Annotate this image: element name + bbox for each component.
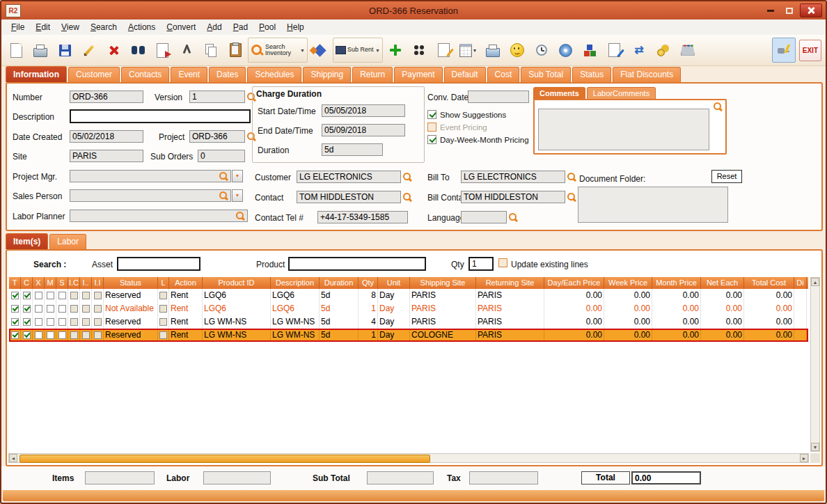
row-flag-checkbox[interactable] [35, 318, 42, 326]
cell-unit[interactable]: Day [378, 302, 410, 315]
cell-description[interactable]: LG WM-NS [271, 315, 320, 329]
cell-flag[interactable] [80, 289, 92, 302]
cell-unit[interactable]: Day [378, 315, 410, 329]
column-header-day-each-price[interactable]: Day/Each Price [544, 277, 604, 289]
cart-button[interactable] [676, 38, 700, 63]
duration-field[interactable]: 5d [322, 143, 383, 156]
cell-status[interactable]: Reserved [104, 289, 158, 302]
cell-product-id[interactable]: LGQ6 [203, 289, 271, 302]
horizontal-scrollbar[interactable]: ◄ ► [8, 453, 809, 463]
comments-lookup-icon[interactable] [713, 102, 723, 111]
bill-to-lookup-icon[interactable] [567, 172, 576, 182]
row-flag-checkbox[interactable] [47, 331, 54, 339]
row-flag-checkbox[interactable] [58, 318, 66, 326]
cell-returning-site[interactable]: PARIS [476, 289, 544, 302]
sales-person-field[interactable] [70, 189, 231, 202]
column-header-month-price[interactable]: Month Price [652, 277, 701, 289]
feedback-button[interactable] [505, 38, 529, 63]
row-flag-checkbox[interactable] [35, 305, 42, 313]
contact-field[interactable]: TOM HIDDLESTON [297, 191, 401, 203]
tab-comments[interactable]: Comments [533, 87, 585, 100]
cell-flag[interactable] [68, 289, 80, 302]
exit-button[interactable]: EXIT [799, 40, 821, 61]
cell-net-each[interactable]: 0.00 [701, 302, 744, 315]
cell-flag[interactable] [33, 289, 45, 302]
cell-flag[interactable] [21, 329, 33, 342]
number-field[interactable]: ORD-366 [70, 90, 143, 103]
cell-description[interactable]: LG WM-NS [271, 329, 320, 342]
tab-default[interactable]: Default [444, 67, 486, 82]
cell-month-price[interactable]: 0.00 [652, 315, 701, 329]
bill-contact-lookup-icon[interactable] [567, 192, 576, 202]
cell-flag[interactable] [68, 315, 80, 329]
new-document-button[interactable] [4, 38, 28, 63]
sales-person-dropdown-button[interactable]: ▼ [232, 189, 243, 202]
version-field[interactable]: 1 [189, 90, 245, 103]
cell-week-price[interactable]: 0.00 [604, 329, 652, 342]
cell-day-each-price[interactable]: 0.00 [544, 289, 604, 302]
tab-contacts[interactable]: Contacts [121, 67, 169, 82]
menu-add[interactable]: Add [201, 21, 227, 33]
cell-total-cost[interactable]: 0.00 [744, 302, 794, 315]
reset-button[interactable]: Reset [711, 170, 742, 183]
cell-flag[interactable] [92, 302, 104, 315]
project-field[interactable]: ORD-366 [189, 130, 245, 143]
cell-shipping-site[interactable]: PARIS [410, 315, 476, 329]
column-header-di[interactable]: Di [794, 277, 807, 289]
menu-pad[interactable]: Pad [228, 21, 253, 33]
cell-total-cost[interactable]: 0.00 [744, 289, 794, 302]
column-header-i[interactable]: I.. [80, 277, 92, 289]
notes-button[interactable] [432, 38, 456, 63]
cell-flag[interactable] [9, 315, 21, 329]
cell-returning-site[interactable]: PARIS [476, 329, 544, 342]
sub-orders-field[interactable]: 0 [198, 150, 245, 162]
row-flag-checkbox[interactable] [47, 318, 54, 326]
paste-button[interactable] [223, 38, 247, 63]
cell-week-price[interactable]: 0.00 [604, 289, 652, 302]
column-header-status[interactable]: Status [104, 277, 158, 289]
horizontal-scroll-thumb[interactable] [19, 455, 430, 463]
labor-planner-field[interactable] [70, 210, 248, 222]
column-header-action[interactable]: Action [169, 277, 203, 289]
tab-shipping[interactable]: Shipping [303, 67, 351, 82]
close-button[interactable] [800, 3, 822, 17]
cell-flag[interactable] [80, 302, 92, 315]
row-flag-checkbox[interactable] [82, 318, 90, 326]
language-field[interactable] [461, 211, 507, 223]
menu-search[interactable]: Search [85, 21, 123, 33]
row-l-checkbox[interactable] [159, 318, 167, 326]
column-header-c[interactable]: C [21, 277, 33, 289]
cell-flag[interactable] [45, 329, 56, 342]
cell-week-price[interactable]: 0.00 [604, 315, 652, 329]
row-flag-checkbox[interactable] [94, 305, 102, 313]
cell-flag[interactable] [21, 289, 33, 302]
cell-net-each[interactable]: 0.00 [701, 315, 744, 329]
row-flag-checkbox[interactable] [58, 292, 66, 299]
row-l-checkbox[interactable] [159, 331, 167, 339]
cell-day-each-price[interactable]: 0.00 [544, 329, 604, 342]
row-flag-checkbox[interactable] [23, 305, 31, 313]
row-flag-checkbox[interactable] [23, 292, 31, 299]
cell-status[interactable]: Reserved [104, 329, 158, 342]
cell-qty[interactable]: 1 [359, 329, 378, 342]
table-row[interactable]: ReservedRentLG WM-NSLG WM-NS5d1DayCOLOGN… [9, 329, 808, 342]
cell-flag[interactable] [56, 289, 68, 302]
menu-edit[interactable]: Edit [30, 21, 56, 33]
calendar-button[interactable]: ▼ [457, 38, 480, 63]
tab-flat-discounts[interactable]: Flat Discounts [613, 67, 681, 82]
tab-payment[interactable]: Payment [394, 67, 442, 82]
project-mgr-field[interactable] [70, 170, 231, 182]
comments-textarea[interactable] [538, 109, 709, 150]
cell-flag[interactable] [9, 302, 21, 315]
scroll-up-icon[interactable]: ▲ [811, 278, 819, 286]
cell-flag[interactable] [68, 329, 80, 342]
cell-day-each-price[interactable]: 0.00 [544, 315, 604, 329]
site-field[interactable]: PARIS [70, 150, 143, 162]
tab-event[interactable]: Event [171, 67, 207, 82]
column-header-qty[interactable]: Qty [359, 277, 378, 289]
cell-returning-site[interactable]: PARIS [476, 302, 544, 315]
cell-product-id[interactable]: LG WM-NS [203, 315, 271, 329]
copy-button[interactable] [199, 38, 223, 63]
row-flag-checkbox[interactable] [94, 292, 102, 299]
maximize-button[interactable] [781, 4, 798, 17]
